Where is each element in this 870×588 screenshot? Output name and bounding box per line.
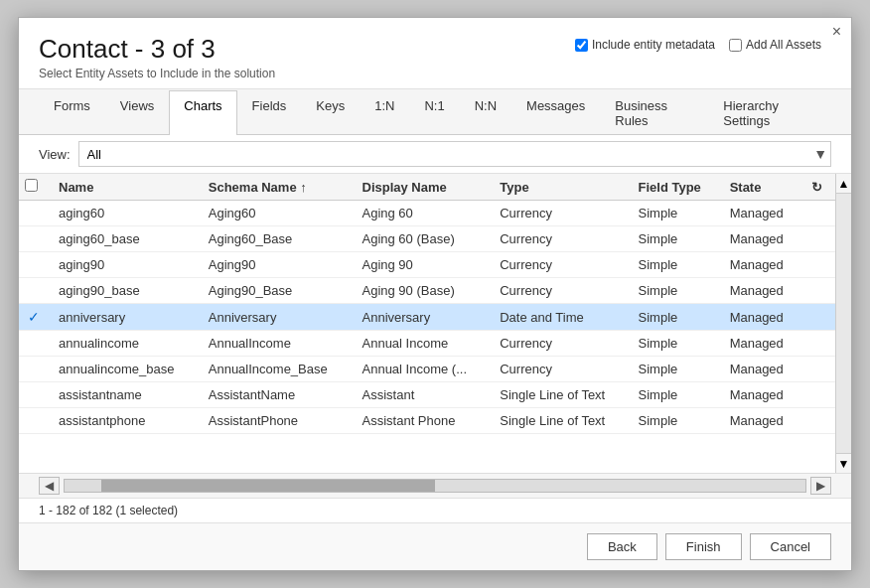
- cell-refresh: [801, 357, 835, 382]
- cell-name: aging60: [49, 201, 199, 226]
- tab-hierarchy-settings[interactable]: Hierarchy Settings: [708, 90, 831, 135]
- finish-button[interactable]: Finish: [665, 533, 742, 560]
- scroll-down-button[interactable]: ▼: [836, 453, 851, 473]
- h-scroll-track[interactable]: [64, 479, 806, 493]
- col-state: State: [720, 174, 801, 201]
- row-check-cell[interactable]: [19, 357, 49, 382]
- tab-fields[interactable]: Fields: [237, 90, 302, 135]
- scroll-track: [836, 194, 851, 453]
- check-mark-icon: ✓: [28, 309, 40, 325]
- tab-messages[interactable]: Messages: [511, 90, 600, 135]
- tab-charts[interactable]: Charts: [169, 90, 236, 135]
- cell-schema_name: Aging90_Base: [199, 278, 353, 304]
- view-select[interactable]: All: [78, 141, 831, 167]
- tab-forms[interactable]: Forms: [39, 90, 105, 135]
- cell-state: Managed: [720, 304, 801, 331]
- cell-field_type: Simple: [629, 226, 720, 252]
- cell-display_name: Anniversary: [353, 304, 491, 331]
- cell-type: Currency: [490, 201, 628, 226]
- scroll-up-button[interactable]: ▲: [836, 174, 851, 194]
- cell-refresh: [801, 226, 835, 252]
- scroll-left-button[interactable]: ◀: [39, 477, 60, 495]
- table-row[interactable]: ✓anniversaryAnniversaryAnniversaryDate a…: [19, 304, 835, 331]
- cell-refresh: [801, 304, 835, 331]
- cell-field_type: Simple: [629, 357, 720, 382]
- tab-keys[interactable]: Keys: [301, 90, 360, 135]
- table-row[interactable]: aging60_baseAging60_BaseAging 60 (Base)C…: [19, 226, 835, 252]
- status-text: 1 - 182 of 182 (1 selected): [39, 504, 178, 517]
- cell-schema_name: Aging90: [199, 252, 353, 278]
- add-all-assets-label[interactable]: Add All Assets: [729, 38, 821, 52]
- select-all-checkbox[interactable]: [25, 179, 38, 192]
- refresh-icon[interactable]: ↻: [811, 180, 822, 195]
- include-metadata-checkbox[interactable]: [575, 39, 588, 52]
- row-check-cell[interactable]: [19, 201, 49, 226]
- table-row[interactable]: aging90Aging90Aging 90CurrencySimpleMana…: [19, 252, 835, 278]
- cell-field_type: Simple: [629, 382, 720, 408]
- table-scroll-wrapper: NameSchema Name ↑Display NameTypeField T…: [19, 174, 851, 473]
- refresh-column[interactable]: ↻: [801, 174, 835, 201]
- cell-type: Single Line of Text: [490, 408, 628, 434]
- include-metadata-label[interactable]: Include entity metadata: [575, 38, 715, 52]
- cell-display_name: Annual Income: [353, 331, 491, 357]
- cell-field_type: Simple: [629, 252, 720, 278]
- dialog-footer: Back Finish Cancel: [19, 522, 851, 570]
- add-all-assets-checkbox[interactable]: [729, 39, 742, 52]
- cell-schema_name: Aging60: [199, 201, 353, 226]
- table-body: aging60Aging60Aging 60CurrencySimpleMana…: [19, 201, 835, 434]
- cell-refresh: [801, 201, 835, 226]
- cell-name: aging90: [49, 252, 199, 278]
- row-check-cell[interactable]: ✓: [19, 304, 49, 331]
- back-button[interactable]: Back: [587, 533, 657, 560]
- col-name: Name: [49, 174, 199, 201]
- tab-business-rules[interactable]: Business Rules: [600, 90, 708, 135]
- cell-display_name: Assistant Phone: [353, 408, 491, 434]
- cell-field_type: Simple: [629, 278, 720, 304]
- cell-state: Managed: [720, 357, 801, 382]
- cell-schema_name: AssistantPhone: [199, 408, 353, 434]
- cell-schema_name: AnnualIncome_Base: [199, 357, 353, 382]
- table-row[interactable]: annualincome_baseAnnualIncome_BaseAnnual…: [19, 357, 835, 382]
- row-check-cell[interactable]: [19, 226, 49, 252]
- view-label: View:: [39, 147, 71, 162]
- cell-refresh: [801, 408, 835, 434]
- table-row[interactable]: assistantnameAssistantNameAssistantSingl…: [19, 382, 835, 408]
- data-table: NameSchema Name ↑Display NameTypeField T…: [19, 174, 835, 434]
- cell-type: Single Line of Text: [490, 382, 628, 408]
- vertical-scrollbar[interactable]: ▲ ▼: [835, 174, 851, 473]
- table-row[interactable]: aging90_baseAging90_BaseAging 90 (Base)C…: [19, 278, 835, 304]
- cell-refresh: [801, 382, 835, 408]
- cell-state: Managed: [720, 382, 801, 408]
- cell-type: Currency: [490, 357, 628, 382]
- table-row[interactable]: aging60Aging60Aging 60CurrencySimpleMana…: [19, 201, 835, 226]
- row-check-cell[interactable]: [19, 382, 49, 408]
- close-button[interactable]: ×: [832, 24, 841, 40]
- cell-state: Managed: [720, 252, 801, 278]
- row-check-cell[interactable]: [19, 252, 49, 278]
- table-row[interactable]: annualincomeAnnualIncomeAnnual IncomeCur…: [19, 331, 835, 357]
- cell-schema_name: AnnualIncome: [199, 331, 353, 357]
- cell-display_name: Annual Income (...: [353, 357, 491, 382]
- cell-schema_name: AssistantName: [199, 382, 353, 408]
- scroll-right-button[interactable]: ▶: [810, 477, 831, 495]
- tab-n-n[interactable]: N:N: [460, 90, 511, 135]
- cell-refresh: [801, 278, 835, 304]
- cell-name: aging90_base: [49, 278, 199, 304]
- col-type: Type: [490, 174, 628, 201]
- cell-type: Date and Time: [490, 304, 628, 331]
- h-scroll-thumb: [101, 480, 435, 492]
- cell-field_type: Simple: [629, 331, 720, 357]
- tab-views[interactable]: Views: [105, 90, 169, 135]
- row-check-cell[interactable]: [19, 408, 49, 434]
- table-row[interactable]: assistantphoneAssistantPhoneAssistant Ph…: [19, 408, 835, 434]
- table-header-row: NameSchema Name ↑Display NameTypeField T…: [19, 174, 835, 201]
- row-check-cell[interactable]: [19, 331, 49, 357]
- cancel-button[interactable]: Cancel: [750, 533, 831, 560]
- row-check-cell[interactable]: [19, 278, 49, 304]
- cell-state: Managed: [720, 278, 801, 304]
- tab-n-1[interactable]: N:1: [409, 90, 459, 135]
- table-inner-scroll[interactable]: NameSchema Name ↑Display NameTypeField T…: [19, 174, 851, 473]
- cell-display_name: Aging 90: [353, 252, 491, 278]
- cell-schema_name: Aging60_Base: [199, 226, 353, 252]
- tab-1-n[interactable]: 1:N: [360, 90, 409, 135]
